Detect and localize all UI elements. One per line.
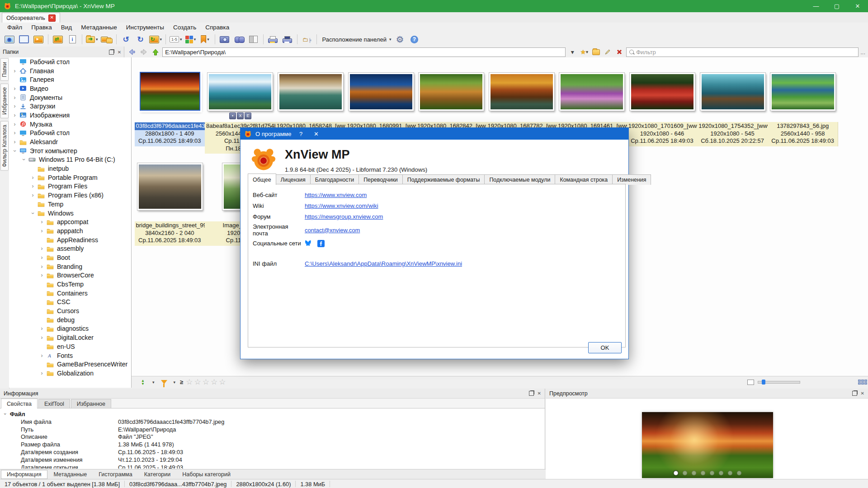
tab-browser[interactable]: Обозреватель ✕ <box>2 13 60 23</box>
fullscreen-icon[interactable] <box>17 33 31 45</box>
maximize-button[interactable]: ▢ <box>826 0 847 12</box>
tree-item[interactable]: ›apppatch <box>9 226 131 235</box>
thumb-size-slider[interactable] <box>758 381 800 384</box>
path-dropdown-icon[interactable]: ▾ <box>567 47 577 56</box>
panel-float-icon[interactable] <box>109 50 114 55</box>
preview-panel-float-icon[interactable] <box>852 391 857 396</box>
thumbnail-image[interactable] <box>630 73 695 111</box>
tree-item[interactable]: Галерея <box>9 75 131 84</box>
thumbnail-image[interactable] <box>208 73 273 111</box>
tree-item[interactable]: Cursors <box>9 306 131 315</box>
tree-item[interactable]: ›DigitalLocker <box>9 333 131 342</box>
thumbnail-item[interactable]: 1920x1080_1701609_[www....1920x1080 - 64… <box>627 57 698 154</box>
filter-input[interactable]: Фильтр <box>626 47 859 57</box>
info-panel-float-icon[interactable] <box>529 391 534 396</box>
menu-Инструменты[interactable]: Инструменты <box>122 23 169 32</box>
chevron-right-icon[interactable]: › <box>38 334 46 341</box>
chevron-right-icon[interactable]: › <box>11 130 19 136</box>
tree-item[interactable]: ›Windows 11 Pro 64-Bit (C:) <box>9 155 131 164</box>
tree-item[interactable]: ›Изображения <box>9 111 131 120</box>
browser-icon[interactable]: ◉ <box>3 33 16 45</box>
thumbnail-image[interactable] <box>278 73 343 111</box>
dialog-tab-Благодарности[interactable]: Благодарности <box>310 174 359 185</box>
thumbnail-image[interactable] <box>770 73 835 111</box>
dialog-close-button[interactable]: ✕ <box>311 131 322 137</box>
tree-item[interactable]: ›assembly <box>9 244 131 253</box>
dialog-tab-Подключаемые модули[interactable]: Подключаемые модули <box>484 174 555 185</box>
chevron-right-icon[interactable]: › <box>29 174 37 181</box>
chevron-right-icon[interactable]: › <box>38 228 46 234</box>
chevron-down-icon[interactable]: › <box>20 156 28 163</box>
tree-item[interactable]: ›Portable Program <box>9 173 131 182</box>
more-button[interactable]: ... <box>860 49 865 56</box>
info-panel-close-icon[interactable]: ✕ <box>538 391 541 396</box>
thumbnail-image[interactable] <box>419 73 484 111</box>
side-tab-Избранное[interactable]: Избранное <box>0 84 9 118</box>
file-section-header[interactable]: ›Файл <box>0 410 545 418</box>
batch-convert-icon[interactable]: ↻▾ <box>148 33 163 45</box>
bottom-tab-Метаданные[interactable]: Метаданные <box>48 470 93 479</box>
view-mode-icon[interactable]: ▾ <box>184 33 198 45</box>
tree-item[interactable]: ›Документы <box>9 93 131 102</box>
path-input[interactable]: E:\Wallpaper\Природа\ <box>162 47 566 57</box>
chevron-right-icon[interactable]: › <box>11 139 19 145</box>
rotate-right-icon[interactable]: ↻ <box>134 33 147 45</box>
thumbnail-item[interactable]: 1920x1080_1754352_[www....1920x1080 - 54… <box>698 57 768 154</box>
chevron-right-icon[interactable]: › <box>11 112 19 118</box>
tree-item[interactable]: ›Загрузки <box>9 102 131 111</box>
tree-item[interactable]: GameBarPresenceWriter <box>9 360 131 369</box>
rating-gte-label[interactable]: ≥ <box>180 379 183 385</box>
carousel-dot[interactable] <box>710 471 714 475</box>
menu-Метаданные[interactable]: Метаданные <box>76 23 122 32</box>
dialog-link[interactable]: https://www.xnview.com <box>305 192 367 198</box>
bottom-tab-Категории[interactable]: Категории <box>139 470 176 479</box>
info-tab-Свойства[interactable]: Свойства <box>1 399 38 408</box>
carousel-dot[interactable] <box>719 471 723 475</box>
close-button[interactable]: ✕ <box>847 0 868 12</box>
chevron-right-icon[interactable]: › <box>11 68 19 74</box>
favorites-star-icon[interactable]: ★▾ <box>579 47 589 56</box>
settings-icon[interactable]: ⚙ <box>393 33 406 45</box>
menu-Файл[interactable]: Файл <box>3 23 27 32</box>
tree-item[interactable]: ›Boot <box>9 253 131 262</box>
side-tab-Папки[interactable]: Папки <box>0 58 9 81</box>
tree-item[interactable]: Containers <box>9 289 131 298</box>
chevron-down-icon[interactable]: › <box>11 148 19 154</box>
tree-item[interactable]: Temp <box>9 200 131 209</box>
sort-icon[interactable]: ▲▼ <box>136 376 150 388</box>
dialog-link[interactable]: C:\Users\Aleksandr\AppData\Roaming\XnVie… <box>305 260 462 267</box>
carousel-dot[interactable] <box>737 471 741 475</box>
filter-funnel-icon[interactable] <box>157 376 171 388</box>
chevron-right-icon[interactable]: › <box>29 192 37 198</box>
chevron-right-icon[interactable]: › <box>11 94 19 101</box>
tree-item[interactable]: ›Program Files <box>9 182 131 191</box>
menu-Вид[interactable]: Вид <box>57 23 76 32</box>
dialog-link[interactable]: contact@xnview.com <box>305 227 360 234</box>
dialog-tab-Изменения[interactable]: Изменения <box>612 174 651 185</box>
chevron-right-icon[interactable]: › <box>11 121 19 127</box>
ok-button[interactable]: OK <box>588 342 622 353</box>
panel-close-icon[interactable]: ✕ <box>118 50 121 55</box>
label-icon[interactable]: ▾ <box>198 33 212 45</box>
back-button[interactable] <box>127 47 137 56</box>
carousel-dot[interactable] <box>692 471 696 475</box>
tree-item[interactable]: debug <box>9 315 131 324</box>
tree-item[interactable]: ›Globalization <box>9 369 131 378</box>
tree-item[interactable]: ›Главная <box>9 66 131 75</box>
filter-dropdown-icon[interactable]: ▾ <box>174 380 176 385</box>
carousel-dot[interactable] <box>683 471 687 475</box>
menu-Правка[interactable]: Правка <box>27 23 57 32</box>
dialog-tab-Поддерживаемые форматы[interactable]: Поддерживаемые форматы <box>402 174 485 185</box>
chevron-right-icon[interactable]: › <box>38 245 46 252</box>
dialog-tab-Командная строка[interactable]: Командная строка <box>555 174 613 185</box>
scan-icon[interactable] <box>281 33 294 45</box>
edit-path-icon[interactable] <box>603 47 613 56</box>
tree-item[interactable]: ›Рабочий стол <box>9 129 131 138</box>
chevron-right-icon[interactable]: › <box>11 103 19 109</box>
carousel-dot[interactable] <box>701 471 705 475</box>
chevron-right-icon[interactable]: › <box>38 263 46 270</box>
tree-item[interactable]: ›Этот компьютер <box>9 146 131 155</box>
tree-item[interactable]: AppReadiness <box>9 235 131 244</box>
print-icon[interactable] <box>266 33 280 45</box>
chevron-right-icon[interactable]: › <box>38 352 46 359</box>
